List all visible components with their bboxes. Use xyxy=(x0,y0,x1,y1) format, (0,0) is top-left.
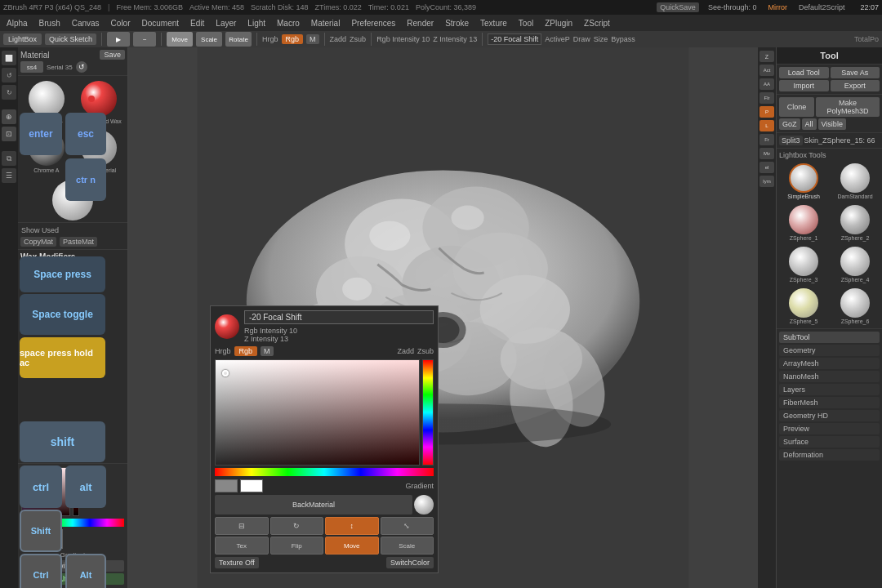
menu-macro[interactable]: Macro xyxy=(274,18,303,29)
draw-mode-btn[interactable]: ▶ xyxy=(107,32,130,47)
menu-canvas[interactable]: Canvas xyxy=(69,18,103,29)
popup-texture-btn[interactable]: Tex xyxy=(215,537,269,555)
menu-document[interactable]: Document xyxy=(139,18,183,29)
geometry-section-btn[interactable]: Geometry xyxy=(779,345,880,356)
brush-zsphere-2[interactable]: ZSphere_2 xyxy=(831,203,880,243)
make-polymesh-btn[interactable]: Make PolyMesh3D xyxy=(816,97,880,117)
move-btn[interactable]: Move xyxy=(167,32,193,47)
space-toggle-key[interactable]: Space toggle xyxy=(20,294,105,335)
rt-icon-move[interactable]: Mv xyxy=(760,148,774,159)
popup-tool-move[interactable]: ↕ xyxy=(325,517,379,535)
rotate-btn[interactable]: Rotate xyxy=(225,32,252,47)
m-popup-btn[interactable]: M xyxy=(261,346,274,356)
brush-zsphere-1[interactable]: ZSphere_1 xyxy=(779,203,828,243)
menu-color[interactable]: Color xyxy=(108,18,134,29)
shift-key[interactable]: shift xyxy=(20,421,105,462)
export-btn[interactable]: Export xyxy=(831,80,880,91)
menu-alpha[interactable]: Alpha xyxy=(3,18,31,29)
popup-scale-btn2[interactable]: Scale xyxy=(381,537,434,555)
popup-color-gradient[interactable] xyxy=(215,359,420,466)
alt-key[interactable]: alt xyxy=(65,466,106,508)
mirror-btn[interactable]: Mirror xyxy=(765,3,790,11)
space-press-key[interactable]: Space press xyxy=(20,256,105,292)
menu-light[interactable]: Light xyxy=(244,18,269,29)
clone-btn[interactable]: Clone xyxy=(779,97,814,117)
menu-edit[interactable]: Edit xyxy=(187,18,207,29)
rt-icon-floor[interactable]: Flr xyxy=(760,92,774,104)
rt-icon-persp[interactable]: P xyxy=(760,106,774,118)
tool-icon-1[interactable]: ⬜ xyxy=(2,51,16,65)
rt-icon-frame[interactable]: Fr xyxy=(760,134,774,145)
popup-back-material-btn[interactable]: BackMaterial xyxy=(215,495,412,514)
layers-section-btn[interactable]: Layers xyxy=(779,384,880,395)
brush-zsphere-4[interactable]: ZSphere_4 xyxy=(831,245,880,284)
rt-icon-actual[interactable]: Act xyxy=(760,65,774,76)
paste-mat-btn[interactable]: PasteMat xyxy=(60,237,97,247)
enter-key[interactable]: enter xyxy=(20,113,62,155)
brush-zsphere-5[interactable]: ZSphere_5 xyxy=(779,287,828,326)
rt-icon-lym[interactable]: L xyxy=(760,120,774,131)
rt-icon-elym[interactable]: el xyxy=(760,162,774,173)
tool-icon-5[interactable]: ⊡ xyxy=(2,127,16,141)
popup-tool-scale[interactable]: ⤡ xyxy=(381,517,434,535)
menu-brush[interactable]: Brush xyxy=(36,18,64,29)
menu-layer[interactable]: Layer xyxy=(212,18,239,29)
arraymesh-section-btn[interactable]: ArrayMesh xyxy=(779,358,880,369)
rt-icon-zoom[interactable]: Z xyxy=(760,51,774,62)
ss4-btn[interactable]: ss4 xyxy=(20,61,43,73)
tool-icon-7[interactable]: ☰ xyxy=(2,168,16,183)
save-as-btn[interactable]: Save As xyxy=(831,67,880,78)
see-through[interactable]: See-through: 0 xyxy=(706,3,760,11)
brush-dam-standard[interactable]: DamStandard xyxy=(831,162,880,201)
popup-tool-rotate[interactable]: ↻ xyxy=(270,517,324,535)
smooth-btn[interactable]: ~ xyxy=(133,32,156,47)
space-hold-key[interactable]: space press hold ac xyxy=(20,337,105,378)
nanomesh-section-btn[interactable]: NanoMesh xyxy=(779,371,880,382)
rt-icon-aaflat[interactable]: AA xyxy=(760,78,774,90)
surface-section-btn[interactable]: Surface xyxy=(779,436,880,448)
viewport-canvas[interactable]: -20 Focal Shift Rgb Intensity 10 Z Inten… xyxy=(128,47,758,588)
popup-fg-swatch[interactable] xyxy=(215,479,238,492)
menu-texture[interactable]: Texture xyxy=(477,18,510,29)
popup-flip-btn[interactable]: Flip xyxy=(270,537,324,555)
default2script[interactable]: Default2Script xyxy=(796,3,848,11)
tool-icon-4[interactable]: ⊕ xyxy=(2,109,16,124)
lightbox-btn[interactable]: LightBox xyxy=(3,33,42,45)
quick-save-btn[interactable]: QuickSave xyxy=(657,2,699,12)
import-btn[interactable]: Import xyxy=(779,80,829,91)
tool-icon-2[interactable]: ↺ xyxy=(2,68,16,82)
color-picker-popup[interactable]: -20 Focal Shift Rgb Intensity 10 Z Inten… xyxy=(210,305,439,573)
popup-bg-swatch[interactable] xyxy=(240,479,263,492)
scale-btn[interactable]: Scale xyxy=(196,32,222,47)
menu-zscript[interactable]: ZScript xyxy=(581,18,613,29)
menu-material[interactable]: Material xyxy=(308,18,344,29)
copy-mat-btn[interactable]: CopyMat xyxy=(20,237,56,247)
subtool-section-btn[interactable]: SubTool xyxy=(779,332,880,343)
popup-tool-scroll[interactable]: ⊟ xyxy=(215,517,269,535)
menu-stroke[interactable]: Stroke xyxy=(442,18,472,29)
esc-key[interactable]: esc xyxy=(65,113,106,155)
fibermesh-section-btn[interactable]: FiberMesh xyxy=(779,397,880,408)
popup-spectrum[interactable] xyxy=(215,468,434,476)
alt-key-2[interactable]: Alt xyxy=(65,554,106,588)
menu-preferences[interactable]: Preferences xyxy=(348,18,399,29)
rgb-popup-btn[interactable]: Rgb xyxy=(234,346,258,356)
deformation-section-btn[interactable]: Deformation xyxy=(779,449,880,461)
geo-hd-section-btn[interactable]: Geometry HD xyxy=(779,410,880,421)
goz-btn[interactable]: GoZ xyxy=(779,118,800,130)
brush-simple[interactable]: SimpleBrush xyxy=(779,162,828,201)
ctrl-key-2[interactable]: Ctrl xyxy=(20,554,62,588)
shift-key-2[interactable]: Shift xyxy=(20,510,62,552)
ctrl-key[interactable]: ctrl xyxy=(20,466,62,508)
popup-draw-size-field[interactable]: -20 Focal Shift xyxy=(244,310,434,324)
preview-section-btn[interactable]: Preview xyxy=(779,423,880,434)
show-used-label[interactable]: Show Used xyxy=(20,225,125,235)
all-btn[interactable]: All xyxy=(802,118,817,130)
brush-zsphere-3[interactable]: ZSphere_3 xyxy=(779,245,828,284)
quick-sketch-btn[interactable]: Quick Sketch xyxy=(45,33,96,45)
split3-label[interactable]: Split3 xyxy=(779,136,803,145)
popup-move-btn2[interactable]: Move xyxy=(325,537,379,555)
ctrl-n-key[interactable]: ctr n xyxy=(65,158,106,201)
popup-switch-color-btn[interactable]: SwitchColor xyxy=(386,557,434,568)
popup-hue-slider[interactable] xyxy=(422,359,434,466)
